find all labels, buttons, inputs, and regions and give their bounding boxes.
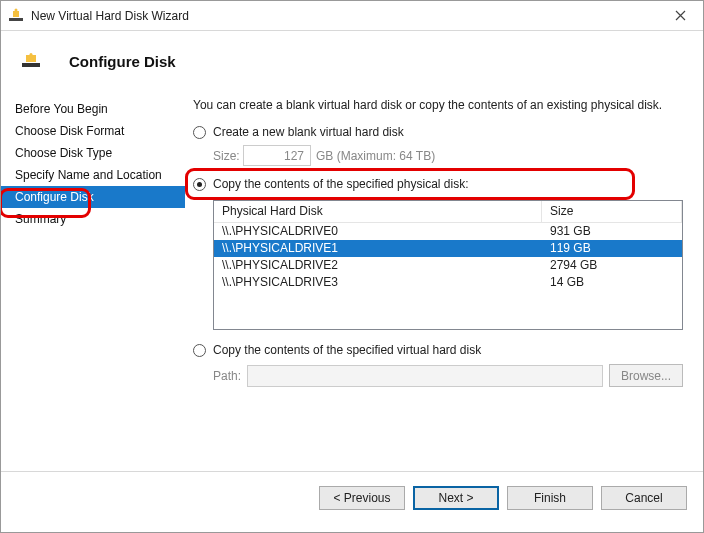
sidebar-item-specify-name-location[interactable]: Specify Name and Location <box>1 164 185 186</box>
content-pane: You can create a blank virtual hard disk… <box>185 91 703 471</box>
titlebar: New Virtual Hard Disk Wizard <box>1 1 703 31</box>
size-input <box>243 145 311 166</box>
physical-disk-list[interactable]: Physical Hard Disk Size \\.\PHYSICALDRIV… <box>213 200 683 330</box>
radio-blank[interactable] <box>193 126 206 139</box>
disk-name: \\.\PHYSICALDRIVE2 <box>214 257 542 274</box>
sidebar-item-summary[interactable]: Summary <box>1 208 185 230</box>
radio-copy-virtual[interactable] <box>193 344 206 357</box>
disk-icon <box>21 53 41 69</box>
size-label: Size: <box>213 149 243 163</box>
previous-button[interactable]: < Previous <box>319 486 405 510</box>
disk-name: \\.\PHYSICALDRIVE1 <box>214 240 542 257</box>
path-row: Path: Browse... <box>193 360 683 387</box>
sidebar-item-choose-disk-format[interactable]: Choose Disk Format <box>1 120 185 142</box>
svg-rect-3 <box>22 63 40 67</box>
svg-rect-1 <box>13 11 19 17</box>
svg-point-5 <box>30 53 33 56</box>
disk-name: \\.\PHYSICALDRIVE3 <box>214 274 542 291</box>
svg-rect-0 <box>9 18 23 21</box>
option-copy-virtual[interactable]: Copy the contents of the specified virtu… <box>193 340 683 360</box>
disk-size: 931 GB <box>542 223 682 240</box>
option-copy-virtual-label: Copy the contents of the specified virtu… <box>213 343 481 357</box>
col-header-size[interactable]: Size <box>542 201 682 222</box>
disk-size: 2794 GB <box>542 257 682 274</box>
window-title: New Virtual Hard Disk Wizard <box>31 9 658 23</box>
disk-row[interactable]: \\.\PHYSICALDRIVE1 119 GB <box>214 240 682 257</box>
disk-row[interactable]: \\.\PHYSICALDRIVE3 14 GB <box>214 274 682 291</box>
sidebar-item-choose-disk-type[interactable]: Choose Disk Type <box>1 142 185 164</box>
disk-list-header: Physical Hard Disk Size <box>214 201 682 223</box>
option-copy-physical[interactable]: Copy the contents of the specified physi… <box>193 174 683 194</box>
cancel-button[interactable]: Cancel <box>601 486 687 510</box>
path-input <box>247 365 603 387</box>
browse-button: Browse... <box>609 364 683 387</box>
radio-copy-physical[interactable] <box>193 178 206 191</box>
page-title: Configure Disk <box>69 53 176 70</box>
option-copy-physical-label: Copy the contents of the specified physi… <box>213 177 468 191</box>
svg-point-2 <box>15 8 18 11</box>
disk-name: \\.\PHYSICALDRIVE0 <box>214 223 542 240</box>
app-icon <box>8 8 24 24</box>
disk-size: 119 GB <box>542 240 682 257</box>
sidebar-item-configure-disk[interactable]: Configure Disk <box>1 186 185 208</box>
col-header-name[interactable]: Physical Hard Disk <box>214 201 542 222</box>
option-create-blank[interactable]: Create a new blank virtual hard disk <box>193 122 683 142</box>
disk-size: 14 GB <box>542 274 682 291</box>
disk-row[interactable]: \\.\PHYSICALDRIVE2 2794 GB <box>214 257 682 274</box>
wizard-body: Before You Begin Choose Disk Format Choo… <box>1 91 703 471</box>
size-suffix: GB (Maximum: 64 TB) <box>316 149 435 163</box>
finish-button[interactable]: Finish <box>507 486 593 510</box>
sidebar-item-before-you-begin[interactable]: Before You Begin <box>1 98 185 120</box>
path-label: Path: <box>213 369 247 383</box>
close-button[interactable] <box>658 1 703 31</box>
disk-row[interactable]: \\.\PHYSICALDRIVE0 931 GB <box>214 223 682 240</box>
intro-text: You can create a blank virtual hard disk… <box>193 98 683 112</box>
svg-rect-4 <box>26 55 36 62</box>
wizard-header: Configure Disk <box>1 31 703 91</box>
footer: < Previous Next > Finish Cancel <box>1 471 703 523</box>
option-create-blank-label: Create a new blank virtual hard disk <box>213 125 404 139</box>
next-button[interactable]: Next > <box>413 486 499 510</box>
sidebar: Before You Begin Choose Disk Format Choo… <box>1 91 185 471</box>
size-row: Size: GB (Maximum: 64 TB) <box>193 142 683 174</box>
